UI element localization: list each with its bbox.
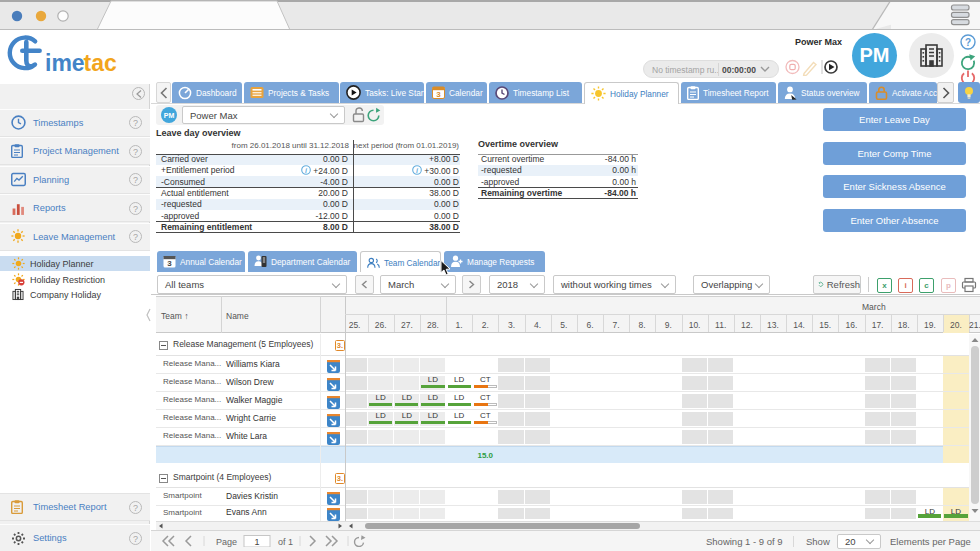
svg-text:i: i [416,167,419,174]
svg-text:of 1: of 1 [278,537,293,547]
svg-text:1: 1 [254,537,259,547]
svg-text:3: 3 [167,259,172,268]
svg-text:tac: tac [84,50,117,76]
svg-text:i: i [305,167,308,174]
svg-text:ime: ime [45,50,85,76]
svg-text:3: 3 [436,90,441,99]
svg-text:?: ? [965,37,971,48]
svg-text:Page: Page [216,537,237,547]
